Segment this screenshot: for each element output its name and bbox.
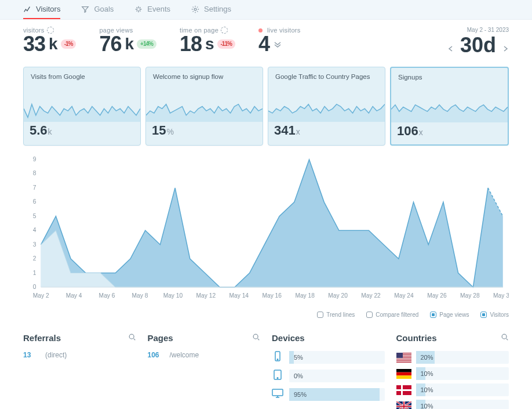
percent-bar: 20% bbox=[416, 351, 509, 364]
list-item[interactable]: 20% bbox=[396, 351, 509, 364]
nav-label: Visitors bbox=[36, 5, 60, 13]
list-item[interactable]: 10% bbox=[396, 383, 509, 396]
panel-pages: Pages 106/welcome bbox=[148, 333, 261, 409]
svg-text:0: 0 bbox=[33, 284, 37, 290]
card-value: 5.6k bbox=[24, 122, 140, 144]
goal-card[interactable]: Google Traffic to Country Pages 341x bbox=[268, 67, 385, 146]
chart-icon bbox=[23, 5, 31, 13]
svg-rect-40 bbox=[396, 358, 411, 359]
panel-title: Pages bbox=[148, 333, 173, 343]
svg-rect-49 bbox=[396, 389, 411, 391]
percent-bar: 95% bbox=[289, 388, 385, 401]
kpi-live[interactable]: live visitors 4 bbox=[258, 27, 301, 55]
legend-trendlines[interactable]: Trend lines bbox=[317, 312, 355, 318]
svg-text:May 20: May 20 bbox=[328, 292, 348, 299]
kpi-change: -1% bbox=[61, 39, 76, 49]
line-chart[interactable]: 0123456789May 2May 4May 6May 8May 10May … bbox=[23, 154, 509, 305]
card-sparkline bbox=[391, 92, 508, 122]
range-prev[interactable] bbox=[447, 33, 454, 57]
chevron-down-icon[interactable] bbox=[273, 41, 282, 48]
svg-text:2: 2 bbox=[33, 255, 37, 262]
list-item[interactable]: 106/welcome bbox=[148, 351, 261, 359]
list-item[interactable]: 95% bbox=[272, 388, 385, 401]
range-next[interactable] bbox=[502, 33, 509, 57]
nav-goals[interactable]: Goals bbox=[81, 0, 114, 19]
gear-icon bbox=[191, 5, 199, 13]
svg-text:6: 6 bbox=[33, 198, 37, 205]
svg-rect-43 bbox=[396, 353, 403, 358]
card-sparkline bbox=[268, 92, 385, 122]
sparkle-icon bbox=[134, 5, 143, 13]
svg-text:May 18: May 18 bbox=[295, 292, 315, 299]
legend-visitors[interactable]: Visitors bbox=[480, 312, 509, 318]
percent-bar: 0% bbox=[289, 370, 385, 382]
search-icon[interactable] bbox=[252, 333, 260, 343]
list-item[interactable]: 10% bbox=[396, 400, 509, 409]
svg-point-28 bbox=[253, 334, 258, 339]
list-item[interactable]: 0% bbox=[272, 370, 385, 382]
legend-pageviews[interactable]: Page views bbox=[430, 312, 469, 318]
list-item[interactable]: 5% bbox=[272, 351, 385, 364]
kpi-value: 33 bbox=[23, 34, 45, 55]
svg-text:May 2: May 2 bbox=[33, 292, 49, 299]
svg-rect-45 bbox=[396, 372, 411, 375]
svg-point-35 bbox=[502, 334, 507, 339]
kpi-pageviews[interactable]: page views 76k +14% bbox=[99, 27, 156, 55]
legend-compare[interactable]: Compare filtered bbox=[366, 312, 418, 318]
card-title: Visits from Google bbox=[24, 67, 140, 92]
svg-point-32 bbox=[277, 378, 278, 379]
svg-rect-42 bbox=[396, 361, 411, 361]
card-title: Google Traffic to Country Pages bbox=[268, 67, 385, 92]
flag-icon bbox=[396, 353, 411, 363]
nav-visitors[interactable]: Visitors bbox=[23, 0, 60, 19]
svg-text:7: 7 bbox=[33, 184, 37, 191]
svg-text:May 10: May 10 bbox=[163, 292, 183, 299]
tablet-icon bbox=[272, 370, 283, 382]
range-value[interactable]: 30d bbox=[460, 33, 496, 57]
svg-rect-54 bbox=[396, 406, 411, 407]
list-item[interactable]: 13(direct) bbox=[23, 351, 136, 359]
svg-text:8: 8 bbox=[33, 171, 37, 177]
svg-text:5: 5 bbox=[33, 213, 37, 219]
percent-bar: 5% bbox=[289, 351, 385, 364]
svg-rect-53 bbox=[403, 401, 405, 410]
percent-bar: 10% bbox=[416, 400, 509, 409]
flag-icon bbox=[396, 401, 411, 410]
svg-text:May 22: May 22 bbox=[361, 292, 381, 299]
goal-card[interactable]: Signups 106x bbox=[390, 67, 509, 146]
card-sparkline bbox=[24, 92, 140, 122]
svg-rect-46 bbox=[396, 375, 411, 379]
panel-countries: Countries 20% 10% 10% 10% 6% bbox=[396, 333, 509, 409]
nav-settings[interactable]: Settings bbox=[191, 0, 231, 19]
search-icon[interactable] bbox=[501, 333, 509, 343]
kpi-visitors[interactable]: visitors 33k -1% bbox=[23, 27, 76, 55]
nav-events[interactable]: Events bbox=[134, 0, 170, 19]
funnel-icon bbox=[81, 5, 89, 13]
topbar: Visitors Goals Events Settings bbox=[0, 0, 532, 20]
svg-text:May 4: May 4 bbox=[66, 292, 82, 299]
panel-title: Referrals bbox=[23, 333, 61, 343]
info-icon[interactable] bbox=[221, 27, 228, 34]
svg-text:4: 4 bbox=[33, 227, 37, 233]
panel-title: Devices bbox=[272, 333, 305, 343]
kpi-row: visitors 33k -1% page views 76k +14% tim… bbox=[23, 27, 509, 57]
search-icon[interactable] bbox=[128, 333, 136, 343]
kpi-value: 76 bbox=[99, 34, 121, 55]
percent-bar: 10% bbox=[416, 367, 509, 380]
goal-card[interactable]: Welcome to signup flow 15% bbox=[145, 67, 263, 146]
panels: Referrals 13(direct) Pages 106/welcome D… bbox=[23, 333, 509, 409]
kpi-time-on-page[interactable]: time on page 18s -11% bbox=[180, 27, 235, 55]
panel-referrals: Referrals 13(direct) bbox=[23, 333, 136, 409]
svg-text:May 12: May 12 bbox=[196, 292, 216, 299]
kpi-unit: k bbox=[125, 36, 133, 52]
kpi-value: 4 bbox=[258, 34, 269, 55]
mobile-icon bbox=[272, 351, 283, 364]
goal-cards: Visits from Google 5.6k Welcome to signu… bbox=[23, 67, 509, 146]
kpi-value: 18 bbox=[180, 34, 202, 55]
list-item[interactable]: 10% bbox=[396, 367, 509, 380]
info-icon[interactable] bbox=[47, 27, 54, 34]
svg-text:1: 1 bbox=[33, 270, 37, 276]
goal-card[interactable]: Visits from Google 5.6k bbox=[23, 67, 141, 146]
nav-label: Goals bbox=[94, 5, 114, 13]
chart-legend: Trend lines Compare filtered Page views … bbox=[23, 312, 509, 318]
